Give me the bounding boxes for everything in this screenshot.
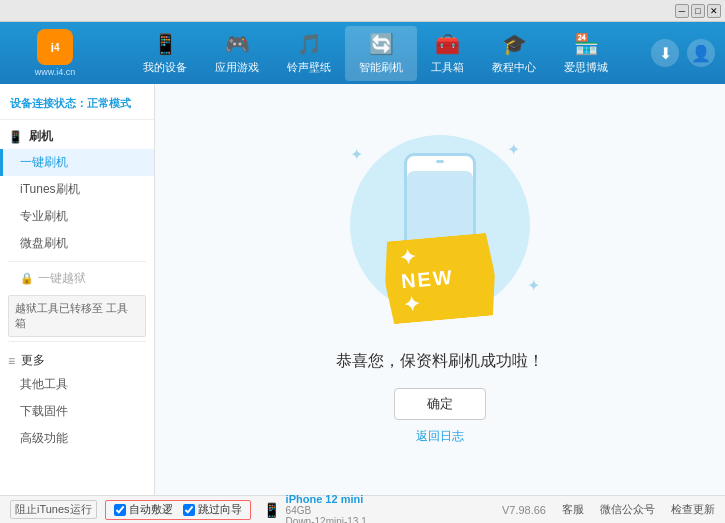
nav-right: ⬇ 👤 [651, 39, 715, 67]
new-badge: ✦ NEW ✦ [382, 232, 499, 324]
bottom-right: V7.98.66 客服 微信公众号 检查更新 [502, 502, 715, 517]
nav-tutorial[interactable]: 🎓 教程中心 [478, 26, 550, 81]
more-section-label: 更多 [21, 352, 45, 369]
service-link[interactable]: 客服 [562, 502, 584, 517]
user-button[interactable]: 👤 [687, 39, 715, 67]
auto-detect-checkbox-item[interactable]: 自动敷逻 [114, 502, 173, 517]
logo-area[interactable]: i4 www.i4.cn [10, 29, 100, 77]
flash-section-header: 📱 刷机 [0, 124, 154, 149]
sidebar-status-label: 设备连接状态： [10, 97, 87, 109]
success-message: 恭喜您，保资料刷机成功啦！ [336, 351, 544, 372]
auto-detect-checkbox[interactable] [114, 504, 126, 516]
sidebar-divider-1 [8, 261, 146, 262]
confirm-button[interactable]: 确定 [394, 388, 486, 420]
nav-wallpaper[interactable]: 🎵 铃声壁纸 [273, 26, 345, 81]
nav-smart-flash-label: 智能刷机 [359, 60, 403, 75]
device-storage: 64GB [286, 505, 367, 516]
wechat-link[interactable]: 微信公众号 [600, 502, 655, 517]
sidebar-one-click-flash[interactable]: 一键刷机 [0, 149, 154, 176]
sidebar: 设备连接状态：正常模式 📱 刷机 一键刷机 iTunes刷机 专业刷机 微盘刷机… [0, 84, 155, 495]
device-section: 📱 iPhone 12 mini 64GB Down-12mini-13,1 [263, 493, 423, 524]
flash-section-icon: 📱 [8, 130, 23, 144]
store-icon: 🏪 [574, 32, 599, 56]
logo-url: www.i4.cn [35, 67, 76, 77]
auto-detect-label: 自动敷逻 [129, 502, 173, 517]
apps-games-icon: 🎮 [225, 32, 250, 56]
nav-apps-games-label: 应用游戏 [215, 60, 259, 75]
jailbreak-notice-text: 越狱工具已转移至 工具箱 [15, 302, 128, 329]
lock-icon: 🔒 [20, 272, 34, 285]
smart-flash-icon: 🔄 [369, 32, 394, 56]
jailbreak-notice: 越狱工具已转移至 工具箱 [8, 295, 146, 337]
nav-items: 📱 我的设备 🎮 应用游戏 🎵 铃声壁纸 🔄 智能刷机 🧰 工具箱 🎓 教程中心… [100, 26, 651, 81]
sidebar-pro-flash[interactable]: 专业刷机 [0, 203, 154, 230]
minimize-button[interactable]: ─ [675, 4, 689, 18]
jailbreak-label: 一键越狱 [38, 270, 86, 287]
main-layout: 设备连接状态：正常模式 📱 刷机 一键刷机 iTunes刷机 专业刷机 微盘刷机… [0, 84, 725, 495]
download-button[interactable]: ⬇ [651, 39, 679, 67]
tutorial-icon: 🎓 [502, 32, 527, 56]
content-area: ✦ ✦ ✦ ✦ NEW ✦ 恭喜您，保资料刷机成功啦！ 确定 返回日志 [155, 84, 725, 495]
logo-icon: i4 [37, 29, 73, 65]
my-device-icon: 📱 [153, 32, 178, 56]
nav-my-device-label: 我的设备 [143, 60, 187, 75]
sidebar-status-value: 正常模式 [87, 97, 131, 109]
wizard-checkbox-item[interactable]: 跳过向导 [183, 502, 242, 517]
more-icon: ≡ [8, 354, 15, 368]
sidebar-other-tools[interactable]: 其他工具 [0, 371, 154, 398]
stop-itunes-button[interactable]: 阻止iTunes运行 [10, 500, 97, 519]
sidebar-advanced[interactable]: 高级功能 [0, 425, 154, 452]
jailbreak-section: 🔒 一键越狱 [0, 266, 154, 291]
wizard-label: 跳过向导 [198, 502, 242, 517]
restore-button[interactable]: □ [691, 4, 705, 18]
bottom-checkboxes: 自动敷逻 跳过向导 [105, 500, 251, 520]
sparkle-2: ✦ [507, 140, 520, 159]
more-section-header: ≡ 更多 [0, 346, 154, 371]
sidebar-divider-2 [8, 341, 146, 342]
device-icon: 📱 [263, 502, 280, 518]
toolbox-icon: 🧰 [435, 32, 460, 56]
wizard-checkbox[interactable] [183, 504, 195, 516]
nav-toolbox[interactable]: 🧰 工具箱 [417, 26, 478, 81]
sidebar-itunes-flash[interactable]: iTunes刷机 [0, 176, 154, 203]
check-update-link[interactable]: 检查更新 [671, 502, 715, 517]
sparkle-3: ✦ [527, 276, 540, 295]
nav-smart-flash[interactable]: 🔄 智能刷机 [345, 26, 417, 81]
wallpaper-icon: 🎵 [297, 32, 322, 56]
version-label: V7.98.66 [502, 504, 546, 516]
title-bar: ─ □ ✕ [0, 0, 725, 22]
top-nav: i4 www.i4.cn 📱 我的设备 🎮 应用游戏 🎵 铃声壁纸 🔄 智能刷机… [0, 22, 725, 84]
sidebar-micro-flash[interactable]: 微盘刷机 [0, 230, 154, 257]
nav-my-device[interactable]: 📱 我的设备 [129, 26, 201, 81]
phone-illustration: ✦ ✦ ✦ ✦ NEW ✦ [330, 135, 550, 335]
nav-store-label: 爱思博城 [564, 60, 608, 75]
nav-wallpaper-label: 铃声壁纸 [287, 60, 331, 75]
window-controls[interactable]: ─ □ ✕ [675, 4, 721, 18]
nav-store[interactable]: 🏪 爱思博城 [550, 26, 622, 81]
nav-apps-games[interactable]: 🎮 应用游戏 [201, 26, 273, 81]
bottom-left-section: 阻止iTunes运行 [10, 500, 97, 519]
bottom-bar: 阻止iTunes运行 自动敷逻 跳过向导 📱 iPhone 12 mini 64… [0, 495, 725, 523]
sidebar-status: 设备连接状态：正常模式 [0, 92, 154, 120]
nav-tutorial-label: 教程中心 [492, 60, 536, 75]
sidebar-download-firmware[interactable]: 下载固件 [0, 398, 154, 425]
sparkle-1: ✦ [350, 145, 363, 164]
device-info: iPhone 12 mini 64GB Down-12mini-13,1 [286, 493, 367, 524]
device-model: Down-12mini-13,1 [286, 516, 367, 524]
nav-toolbox-label: 工具箱 [431, 60, 464, 75]
flash-section-label: 刷机 [29, 128, 53, 145]
close-button[interactable]: ✕ [707, 4, 721, 18]
back-to-today-link[interactable]: 返回日志 [416, 428, 464, 445]
